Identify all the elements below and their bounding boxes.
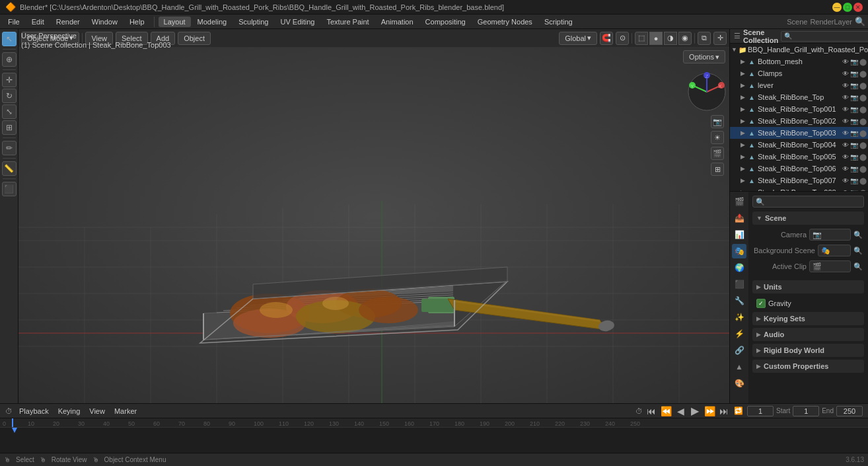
vis-icon-3[interactable]: 👁 [842, 94, 849, 101]
sun-light-btn[interactable]: ☀ [711, 131, 724, 144]
search-icon[interactable]: 🔍 [855, 17, 865, 26]
outliner-item-1[interactable]: ▶ ▲ Clamps 👁 📷 ⬤ [730, 67, 868, 79]
particles-props-tab[interactable]: ✨ [732, 310, 746, 325]
workspace-compositing[interactable]: Compositing [420, 17, 471, 27]
props-search-input[interactable] [752, 196, 864, 208]
outliner-item-3[interactable]: ▶ ▲ Steak_RibBone_Top 👁 📷 ⬤ [730, 91, 868, 103]
outliner-item-4[interactable]: ▶ ▲ Steak_RibBone_Top001 👁 📷 ⬤ [730, 103, 868, 115]
outliner-item-5[interactable]: ▶ ▲ Steak_RibBone_Top002 👁 📷 ⬤ [730, 115, 868, 127]
vis-icon-6[interactable]: 👁 [842, 130, 849, 137]
custom-props-header[interactable]: ▶ Custom Properties [752, 360, 864, 373]
render-icon-9[interactable]: ⬤ [859, 165, 867, 173]
vis-icon-10[interactable]: 👁 [842, 177, 849, 184]
cam-icon-8[interactable]: 📷 [850, 153, 858, 161]
viewport-object-menu[interactable]: Object [178, 32, 211, 45]
transform-tool-button[interactable]: ⊞ [2, 120, 17, 135]
render-icon-7[interactable]: ⬤ [859, 141, 867, 149]
render-icon-2[interactable]: ⬤ [859, 82, 867, 89]
cam-icon-2[interactable]: 📷 [850, 82, 858, 89]
timeline-menu-playback[interactable]: Playback [17, 407, 52, 415]
timeline-menu-view[interactable]: View [87, 407, 108, 415]
vis-icon-8[interactable]: 👁 [842, 153, 849, 161]
outliner-item-8[interactable]: ▶ ▲ Steak_RibBone_Top005 👁 📷 ⬤ [730, 151, 868, 163]
render-props-tab[interactable]: 🎬 [732, 194, 746, 209]
world-props-tab[interactable]: 🌍 [732, 260, 746, 275]
modifier-props-tab[interactable]: 🔧 [732, 293, 746, 308]
camera-icon-btn[interactable]: 📷 [711, 115, 724, 128]
vis-icon-2[interactable]: 👁 [842, 82, 849, 89]
cam-icon-6[interactable]: 📷 [850, 130, 858, 137]
loop-btn[interactable]: 🔁 [733, 407, 744, 415]
active-clip-browse-icon[interactable]: 🔍 [853, 262, 863, 271]
menu-help[interactable]: Help [124, 17, 150, 27]
workspace-layout[interactable]: Layout [159, 17, 191, 27]
vis-icon-1[interactable]: 👁 [842, 70, 849, 77]
gravity-checkbox[interactable]: ✓ [756, 299, 766, 308]
move-tool-button[interactable]: ✛ [2, 73, 17, 87]
workspace-uv-editing[interactable]: UV Editing [275, 17, 320, 27]
current-frame-input[interactable]: 1 [747, 406, 774, 416]
keying-sets-header[interactable]: ▶ Keying Sets [752, 312, 864, 325]
select-tool-button[interactable]: ↖ [2, 32, 17, 46]
output-props-tab[interactable]: 📤 [732, 211, 746, 225]
render-icon-0[interactable]: ⬤ [859, 58, 867, 65]
cam-icon-7[interactable]: 📷 [850, 141, 858, 149]
overlay-btn[interactable]: ⧉ [698, 32, 711, 45]
object-props-tab[interactable]: ⬛ [732, 277, 746, 291]
menu-render[interactable]: Render [51, 17, 85, 27]
cam-icon-10[interactable]: 📷 [850, 177, 858, 184]
window-controls[interactable]: — □ ✕ [832, 3, 863, 12]
rotate-tool-button[interactable]: ↻ [2, 89, 17, 103]
workspace-modeling[interactable]: Modeling [192, 17, 233, 27]
play-reverse-btn[interactable]: ◀ [674, 406, 686, 416]
active-clip-value[interactable]: 🎬 [809, 260, 851, 272]
constraints-props-tab[interactable]: 🔗 [732, 343, 746, 358]
menu-file[interactable]: File [3, 17, 25, 27]
cursor-tool-button[interactable]: ⊕ [2, 52, 17, 67]
render-icon-8[interactable]: ⬤ [859, 153, 867, 161]
timeline-menu-keying[interactable]: Keying [55, 407, 83, 415]
sync-icon[interactable]: ⏱ [635, 407, 643, 415]
outliner-item-2[interactable]: ▶ ▲ lever 👁 📷 ⬤ [730, 79, 868, 91]
bg-scene-browse-icon[interactable]: 🔍 [853, 247, 863, 255]
outliner-item-7[interactable]: ▶ ▲ Steak_RibBone_Top004 👁 📷 ⬤ [730, 139, 868, 151]
options-label[interactable]: Options ▾ [683, 50, 725, 63]
workspace-scripting[interactable]: Scripting [539, 17, 578, 27]
units-section-header[interactable]: ▶ Units [752, 280, 864, 293]
timeline-menu-marker[interactable]: Marker [112, 407, 139, 415]
outliner-item-11[interactable]: ▶ ▲ Steak_RibBone_Top008 👁 📷 ⬤ [730, 186, 868, 192]
solid-shading-btn[interactable]: ● [649, 32, 663, 45]
vis-icon-4[interactable]: 👁 [842, 106, 849, 113]
outliner-item-6[interactable]: ▶ ▲ Steak_RibBone_Top003 👁 📷 ⬤ [730, 127, 868, 139]
render-icon-10[interactable]: ⬤ [859, 177, 867, 184]
viewport-canvas[interactable]: User Perspective (1) Scene Collection | … [18, 29, 729, 403]
camera-prop-value[interactable]: 📷 [809, 229, 851, 241]
render-icon-4[interactable]: ⬤ [859, 106, 867, 113]
viewport-render-btn[interactable]: 🎬 [711, 147, 724, 160]
workspace-sculpting[interactable]: Sculpting [233, 17, 273, 27]
rigid-body-header[interactable]: ▶ Rigid Body World [752, 344, 864, 357]
step-back-btn[interactable]: ⏪ [660, 406, 672, 416]
rendered-shading-btn[interactable]: ◉ [678, 32, 692, 45]
play-btn[interactable]: ▶ [689, 405, 701, 417]
viewport-3d[interactable]: Object Mode ▾ View Select Add Object Glo… [18, 29, 729, 403]
workspace-geometry-nodes[interactable]: Geometry Nodes [472, 17, 538, 27]
outliner-root-collection[interactable]: ▼ 📁 BBQ_Handle_Grill_with_Roasted_Pork_F… [730, 44, 868, 56]
outliner-search-input[interactable] [781, 31, 868, 42]
vis-icon-0[interactable]: 👁 [842, 58, 849, 65]
close-button[interactable]: ✕ [853, 3, 863, 12]
physics-props-tab[interactable]: ⚡ [732, 327, 746, 341]
jump-end-btn[interactable]: ⏭ [718, 406, 730, 416]
render-icon-3[interactable]: ⬤ [859, 94, 867, 101]
render-icon-6[interactable]: ⬤ [859, 130, 867, 137]
jump-start-btn[interactable]: ⏮ [645, 406, 657, 416]
vis-icon-7[interactable]: 👁 [842, 141, 849, 149]
start-frame-input[interactable]: 1 [793, 406, 819, 416]
transform-orientation-global[interactable]: Global ▾ [559, 32, 597, 45]
data-props-tab[interactable]: ▲ [732, 360, 746, 374]
vis-icon-5[interactable]: 👁 [842, 118, 849, 125]
workspace-texture-paint[interactable]: Texture Paint [321, 17, 374, 27]
timeline-body[interactable]: 0 10 20 30 40 50 60 70 80 90 100 110 120… [0, 418, 868, 453]
snap-icon-btn[interactable]: 🧲 [600, 32, 613, 45]
outliner-item-9[interactable]: ▶ ▲ Steak_RibBone_Top006 👁 📷 ⬤ [730, 163, 868, 175]
